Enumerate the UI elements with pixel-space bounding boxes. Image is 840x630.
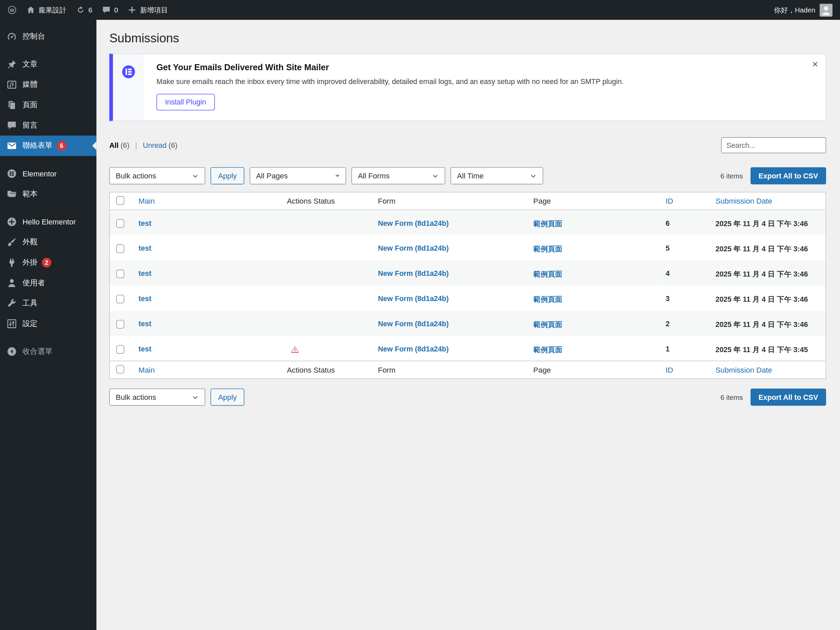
- export-csv-button[interactable]: Export All to CSV: [750, 388, 826, 405]
- column-main[interactable]: Main: [133, 192, 281, 210]
- avatar[interactable]: [819, 3, 832, 16]
- apply-button[interactable]: Apply: [211, 167, 245, 184]
- page-link[interactable]: 範例頁面: [534, 220, 562, 228]
- comments-link[interactable]: 0: [102, 5, 118, 14]
- column-main[interactable]: Main: [133, 361, 281, 379]
- banner-body: Get Your Emails Delivered With Site Mail…: [144, 54, 825, 120]
- form-link[interactable]: New Form (8d1a24b): [378, 294, 449, 302]
- form-link[interactable]: New Form (8d1a24b): [378, 345, 449, 353]
- admin-bar: W 龐果設計 6 0 新增項目 你好，Haden: [0, 0, 840, 20]
- admin-sidebar: 控制台 文章 媒體 頁面 留言: [0, 20, 96, 630]
- sidebar-item[interactable]: 工具: [0, 293, 96, 313]
- page-link[interactable]: 範例頁面: [534, 320, 562, 328]
- sidebar-item[interactable]: 留言: [0, 115, 96, 136]
- sidebar-item-icon: [6, 59, 17, 70]
- row-checkbox[interactable]: [116, 269, 124, 278]
- sidebar-item[interactable]: Elementor: [0, 163, 96, 184]
- submission-title-link[interactable]: test: [138, 345, 151, 353]
- select-all-checkbox[interactable]: [116, 196, 124, 205]
- form-link[interactable]: New Form (8d1a24b): [378, 219, 449, 227]
- user-greeting[interactable]: 你好，Haden: [774, 5, 815, 15]
- sidebar-item-badge: 2: [42, 258, 51, 268]
- sidebar-item[interactable]: 文章: [0, 54, 96, 74]
- sidebar-item[interactable]: 設定: [0, 313, 96, 334]
- sidebar-item[interactable]: 控制台: [0, 26, 96, 47]
- row-checkbox[interactable]: [116, 345, 124, 353]
- sidebar-item[interactable]: 聯絡表單 6: [0, 136, 96, 156]
- sidebar-item-label: 收合選單: [22, 347, 52, 356]
- column-submission-date[interactable]: Submission Date: [710, 192, 826, 210]
- view-all-link[interactable]: All: [109, 141, 118, 149]
- sidebar-item[interactable]: 收合選單: [0, 341, 96, 362]
- export-csv-button[interactable]: Export All to CSV: [750, 167, 826, 184]
- time-filter-select[interactable]: All Time: [450, 167, 543, 184]
- sidebar-item-label: 媒體: [22, 80, 38, 90]
- bottom-toolbar: Bulk actions Apply 6 items Export All to…: [109, 388, 826, 405]
- wordpress-logo-icon: W: [7, 5, 16, 14]
- column-submission-date[interactable]: Submission Date: [710, 361, 826, 379]
- page-link[interactable]: 範例頁面: [534, 245, 562, 253]
- sidebar-item-label: 控制台: [22, 32, 45, 41]
- wordpress-menu[interactable]: W: [7, 5, 16, 14]
- sidebar-item-label: 外掛: [22, 258, 38, 268]
- sidebar-item[interactable]: Hello Elementor: [0, 212, 96, 232]
- table-footer-row: Main Actions Status Form Page ID Submiss…: [109, 361, 826, 379]
- submission-title-link[interactable]: test: [138, 269, 151, 277]
- sidebar-item-label: Elementor: [22, 169, 57, 178]
- page-link[interactable]: 範例頁面: [534, 295, 562, 303]
- sidebar-item-label: 外觀: [22, 237, 38, 247]
- home-icon: [26, 5, 35, 14]
- close-icon[interactable]: ×: [812, 59, 818, 69]
- new-item-link[interactable]: 新增項目: [128, 5, 168, 15]
- pages-filter-select[interactable]: All Pages: [249, 167, 346, 184]
- submission-title-link[interactable]: test: [138, 244, 151, 252]
- view-unread-link[interactable]: Unread: [143, 141, 167, 149]
- chevron-down-icon: [530, 173, 537, 179]
- row-checkbox[interactable]: [116, 294, 124, 303]
- row-checkbox[interactable]: [116, 244, 124, 253]
- form-link[interactable]: New Form (8d1a24b): [378, 320, 449, 328]
- sidebar-item-icon: [6, 168, 17, 179]
- main-content: Submissions Get Your Emails Delivered Wi…: [96, 20, 840, 630]
- top-toolbar: Bulk actions Apply All Pages All Forms A…: [109, 167, 826, 184]
- column-page: Page: [528, 192, 660, 210]
- page-link[interactable]: 範例頁面: [534, 345, 562, 353]
- bulk-actions-select[interactable]: Bulk actions: [109, 388, 205, 405]
- submission-title-link[interactable]: test: [138, 294, 151, 302]
- forms-filter-select[interactable]: All Forms: [351, 167, 445, 184]
- sidebar-item[interactable]: 使用者: [0, 273, 96, 293]
- sidebar-item-icon: [6, 346, 17, 357]
- wordpress-admin: W 龐果設計 6 0 新增項目 你好，Haden 控制台: [0, 0, 840, 630]
- sidebar-item[interactable]: 外掛 2: [0, 252, 96, 273]
- table-row: test New Form (8d1a24b) 範例頁面 3 2025 年 11…: [109, 285, 826, 310]
- sidebar-item-label: 文章: [22, 60, 38, 69]
- form-link[interactable]: New Form (8d1a24b): [378, 269, 449, 277]
- new-item-label: 新增項目: [140, 5, 168, 15]
- search-input[interactable]: [721, 137, 826, 153]
- submission-title-link[interactable]: test: [138, 219, 151, 227]
- sidebar-item[interactable]: 媒體: [0, 74, 96, 95]
- install-plugin-button[interactable]: Install Plugin: [156, 94, 215, 110]
- column-id[interactable]: ID: [660, 192, 710, 210]
- column-form: Form: [373, 361, 528, 379]
- apply-button[interactable]: Apply: [211, 388, 245, 405]
- forms-filter-label: All Forms: [358, 171, 390, 180]
- updates-link[interactable]: 6: [76, 5, 92, 14]
- sidebar-item[interactable]: 外觀: [0, 232, 96, 253]
- sidebar-item[interactable]: 頁面: [0, 95, 96, 115]
- row-checkbox[interactable]: [116, 219, 124, 228]
- row-checkbox[interactable]: [116, 320, 124, 328]
- submission-title-link[interactable]: test: [138, 320, 151, 328]
- bulk-actions-select[interactable]: Bulk actions: [109, 167, 205, 184]
- select-all-checkbox[interactable]: [116, 364, 124, 373]
- view-filters: All (6) | Unread (6): [109, 141, 177, 149]
- sidebar-item-badge: 6: [57, 141, 66, 150]
- form-link[interactable]: New Form (8d1a24b): [378, 244, 449, 252]
- sidebar-item[interactable]: 範本: [0, 184, 96, 204]
- submissions-table: Main Actions Status Form Page ID Submiss…: [109, 192, 826, 379]
- sidebar-item-icon: [6, 216, 17, 227]
- site-name-link[interactable]: 龐果設計: [26, 5, 66, 15]
- column-id[interactable]: ID: [660, 361, 710, 379]
- page-link[interactable]: 範例頁面: [534, 270, 562, 278]
- elementor-logo-icon: [120, 64, 136, 80]
